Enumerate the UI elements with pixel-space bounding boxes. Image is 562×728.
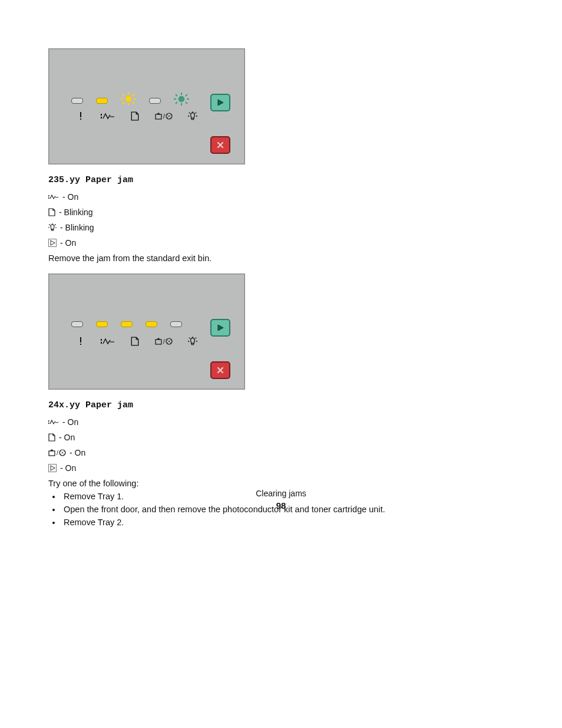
svg-rect-52 — [48, 423, 49, 424]
paper-icon — [130, 337, 140, 346]
led-5-off — [170, 321, 182, 327]
svg-rect-19 — [80, 118, 81, 120]
svg-rect-54 — [49, 451, 55, 456]
svg-point-60 — [61, 453, 61, 454]
bullet-item: Remove Tray 2. — [61, 518, 514, 527]
svg-point-58 — [61, 451, 61, 452]
toner-light-icon — [188, 111, 197, 121]
tray-drum-icon: / — [155, 337, 173, 346]
tray-drum-icon: / — [48, 449, 66, 457]
svg-rect-42 — [156, 340, 161, 344]
svg-point-57 — [62, 452, 63, 453]
status-text: - On — [60, 463, 76, 473]
paper-icon — [130, 111, 140, 121]
svg-rect-18 — [80, 112, 81, 117]
paper-icon — [48, 433, 55, 442]
svg-text:/: / — [163, 113, 165, 120]
toner-light-icon — [188, 337, 197, 346]
toner-light-icon — [48, 223, 57, 232]
jam-icon — [48, 418, 59, 426]
printer-panel-235: / — [48, 48, 245, 164]
led-4-on — [146, 321, 157, 327]
paper-icon — [48, 208, 55, 216]
svg-text:/: / — [57, 450, 58, 456]
jam-icon — [101, 111, 115, 121]
panel-icon-row: / — [76, 337, 197, 346]
svg-point-47 — [170, 340, 171, 340]
led-row — [71, 321, 182, 327]
led-3-burst-yellow — [121, 93, 136, 106]
play-box-icon — [48, 464, 57, 472]
status-235-paper: - Blinking — [48, 207, 514, 217]
svg-point-61 — [64, 453, 64, 454]
status-text: - Blinking — [59, 207, 93, 217]
svg-rect-33 — [48, 197, 49, 199]
status-text: - On — [62, 192, 78, 202]
status-235-toner: - Blinking — [48, 223, 514, 232]
svg-point-26 — [168, 116, 170, 117]
exclaim-icon — [76, 111, 85, 121]
svg-point-59 — [64, 451, 64, 452]
status-24x-traydrum: / - On — [48, 448, 514, 457]
exclaim-icon — [76, 337, 85, 346]
page-footer: Clearing jams 98 — [0, 489, 562, 510]
svg-rect-21 — [101, 117, 102, 118]
status-235-play: - On — [48, 238, 514, 248]
svg-rect-37 — [80, 337, 81, 342]
cancel-button[interactable] — [210, 136, 230, 154]
led-row — [71, 96, 189, 106]
svg-rect-32 — [48, 195, 49, 196]
svg-rect-35 — [52, 229, 54, 230]
tray-drum-icon: / — [155, 111, 173, 121]
svg-line-16 — [186, 94, 187, 96]
led-2-on — [96, 98, 108, 104]
led-1-off — [71, 321, 83, 327]
svg-rect-38 — [80, 344, 81, 345]
printer-panel-24x: / — [48, 274, 245, 390]
led-2-on — [96, 321, 108, 327]
status-235-jam: - On — [48, 192, 514, 202]
svg-line-17 — [176, 102, 177, 104]
svg-line-8 — [123, 102, 124, 104]
svg-rect-40 — [101, 342, 102, 344]
svg-point-46 — [167, 340, 168, 340]
svg-point-28 — [170, 114, 171, 115]
led-4-off — [149, 98, 161, 104]
svg-point-30 — [170, 117, 171, 117]
svg-line-15 — [186, 102, 187, 104]
svg-point-0 — [125, 96, 131, 102]
led-3-on — [121, 321, 133, 327]
instruction-235: Remove the jam from the standard exit bi… — [48, 253, 514, 263]
status-24x-play: - On — [48, 463, 514, 473]
svg-line-7 — [133, 94, 134, 96]
svg-point-45 — [168, 341, 170, 342]
status-24x-paper: - On — [48, 433, 514, 442]
instruction-24x: Try one of the following: — [48, 479, 514, 488]
led-1-off — [71, 98, 83, 104]
svg-rect-50 — [191, 343, 193, 344]
panel-icon-row: / — [76, 111, 197, 121]
go-button[interactable] — [210, 94, 230, 111]
svg-text:/: / — [163, 338, 165, 345]
svg-point-9 — [178, 96, 184, 102]
heading-235: 235.yy Paper jam — [48, 175, 514, 185]
svg-rect-39 — [101, 339, 102, 341]
status-text: - On — [70, 448, 85, 457]
cancel-button[interactable] — [210, 361, 230, 379]
footer-label: Clearing jams — [0, 489, 562, 498]
status-text: - Blinking — [60, 223, 94, 232]
svg-line-5 — [123, 94, 124, 96]
svg-line-6 — [133, 102, 134, 104]
svg-rect-23 — [156, 114, 161, 119]
status-text: - On — [59, 433, 75, 442]
status-24x-jam: - On — [48, 417, 514, 427]
go-button[interactable] — [210, 319, 230, 337]
svg-point-49 — [170, 342, 171, 342]
svg-point-27 — [167, 114, 168, 115]
svg-line-14 — [176, 94, 177, 96]
svg-rect-31 — [191, 118, 193, 119]
status-text: - On — [62, 417, 78, 427]
svg-point-29 — [167, 117, 168, 117]
svg-rect-20 — [101, 114, 102, 116]
heading-24x: 24x.yy Paper jam — [48, 400, 514, 410]
